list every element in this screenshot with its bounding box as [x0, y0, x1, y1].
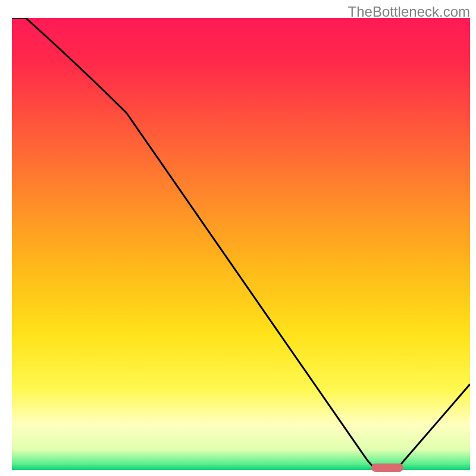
- optimal-marker: [371, 464, 403, 472]
- bottleneck-curve: [12, 18, 470, 470]
- watermark-text: TheBottleneck.com: [348, 4, 470, 20]
- plot-area: [12, 18, 470, 470]
